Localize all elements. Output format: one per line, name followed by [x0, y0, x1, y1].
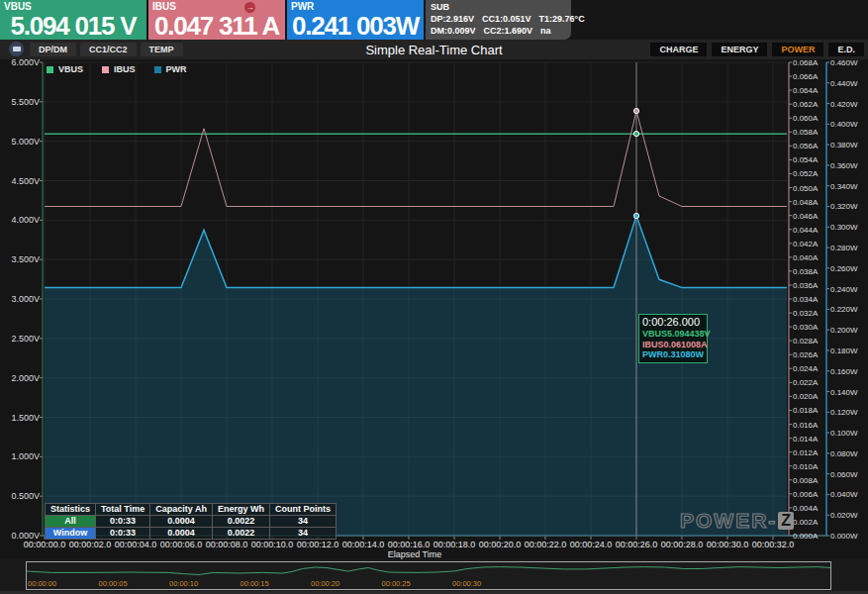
- w-tick-label: 0.300W: [830, 223, 858, 232]
- legend-label: IBUS: [114, 64, 136, 74]
- toolbar: Simple Real-Time Chart DP/DMCC1/CC2TEMP …: [0, 40, 868, 59]
- navigator-time-label: 00:00:05: [99, 580, 128, 588]
- stats-cell: 34: [269, 516, 336, 528]
- tooltip-time: 0:00:26.000: [642, 316, 704, 329]
- a-tick-label: 0.042A: [793, 239, 818, 248]
- w-tick-label: 0.040W: [830, 490, 858, 499]
- v-tick-label: 5.500V: [0, 97, 40, 106]
- stats-cell: 0.0022: [212, 528, 269, 540]
- a-tick-label: 0.066A: [793, 72, 818, 81]
- w-tick-label: 0.400W: [830, 120, 858, 129]
- cc2-voltage: CC2:1.690V: [484, 25, 533, 37]
- v-tick-label: 4.000V: [0, 216, 40, 225]
- stats-row-all: All0:0:330.00040.002234: [46, 516, 337, 528]
- navigator-time-label: 00:00:25: [382, 580, 411, 588]
- w-tick-label: 0.340W: [830, 181, 858, 190]
- tooltip-row-ibus: IBUS0.061008A: [642, 340, 704, 350]
- a-tick-label: 0.064A: [793, 86, 818, 95]
- tab-cc1-cc2[interactable]: CC1/CC2: [80, 43, 137, 56]
- sub-label: SUB: [431, 2, 571, 13]
- a-tick-label: 0.010A: [793, 461, 818, 470]
- a-tick-label: 0.024A: [793, 364, 818, 373]
- w-tick-label: 0.420W: [830, 99, 858, 108]
- v-tick-label: 5.000V: [0, 137, 40, 146]
- a-tick-label: 0.020A: [793, 392, 818, 401]
- w-tick-label: 0.140W: [830, 387, 858, 396]
- navigator-time-label: 00:00:10: [169, 580, 198, 588]
- main-chart[interactable]: 6.000V5.500V5.000V4.500V4.000V3.500V3.00…: [0, 59, 868, 559]
- a-tick-label: 0.054A: [793, 155, 818, 164]
- tooltip-series-label: VBUS: [642, 329, 667, 340]
- w-tick-label: 0.160W: [830, 366, 858, 375]
- app-window: VBUS 5.094 015 V IBUS → 0.047 311 A PWR …: [0, 0, 868, 594]
- navigator-canvas[interactable]: [27, 562, 830, 589]
- stats-row-name: All: [46, 516, 96, 528]
- legend-item-ibus[interactable]: IBUS: [102, 64, 136, 74]
- a-tick-label: 0.026A: [793, 350, 818, 359]
- v-tick-label: 1.000V: [0, 452, 40, 461]
- mode-button-charge[interactable]: CHARGE: [650, 43, 707, 56]
- mode-button-energy[interactable]: ENERGY: [712, 43, 767, 56]
- x-tick-label: 00:00:06.0: [160, 541, 203, 549]
- stats-cell: 0.0004: [150, 516, 213, 528]
- w-tick-label: 0.060W: [830, 469, 858, 478]
- stats-header-row: StatisticsTotal TimeCapacity AhEnergy Wh…: [46, 504, 337, 516]
- w-tick-label: 0.200W: [830, 326, 858, 335]
- v-tick-label: 4.500V: [0, 176, 40, 185]
- x-tick-label: 00:00:10.0: [251, 541, 294, 549]
- stats-header-count-points: Count Points: [269, 504, 336, 516]
- x-tick-label: 00:00:18.0: [434, 541, 476, 549]
- tooltip-series-value: 0.31080W: [663, 349, 704, 360]
- w-tick-label: 0.260W: [830, 263, 858, 272]
- x-tick-label: 00:00:00.0: [24, 541, 66, 549]
- a-tick-label: 0.052A: [793, 169, 818, 178]
- v-tick-label: 3.000V: [0, 295, 40, 304]
- watermark-text: POWER-: [680, 510, 777, 531]
- w-tick-label: 0.240W: [830, 284, 858, 293]
- x-tick-label: 00:00:04.0: [115, 541, 157, 549]
- timeline-navigator[interactable]: 00:00:0000:00:0500:00:1000:00:1500:00:20…: [26, 561, 831, 590]
- x-tick-label: 00:00:12.0: [297, 541, 339, 549]
- w-tick-label: 0.380W: [830, 141, 858, 149]
- x-tick-label: 00:00:24.0: [570, 541, 613, 549]
- a-tick-label: 0.038A: [793, 266, 818, 275]
- tooltip-series-value: 5.094438V: [667, 329, 711, 340]
- tab-temp[interactable]: TEMP: [141, 43, 183, 56]
- plot-canvas[interactable]: [0, 59, 868, 559]
- stats-header-total-time: Total Time: [96, 504, 150, 516]
- chart-legend: VBUSIBUSPWR: [47, 64, 187, 74]
- stats-row-window: Window0:0:330.00040.002234: [46, 528, 337, 540]
- a-tick-label: 0.046A: [793, 211, 818, 220]
- stats-cell: 34: [269, 528, 336, 540]
- a-tick-label: 0.032A: [793, 309, 818, 318]
- w-tick-label: 0.360W: [830, 160, 858, 169]
- w-tick-label: 0.440W: [830, 78, 858, 87]
- w-tick-label: 0.220W: [830, 305, 858, 314]
- x-tick-label: 00:00:20.0: [479, 541, 522, 549]
- x-tick-label: 00:00:14.0: [342, 541, 385, 549]
- a-tick-label: 0.028A: [793, 337, 818, 346]
- stats-header-capacity-ah: Capacity Ah: [150, 504, 213, 516]
- a-tick-label: 0.058A: [793, 128, 818, 137]
- statistics-table: StatisticsTotal TimeCapacity AhEnergy Wh…: [45, 503, 337, 540]
- ibus-value: 0.047 311 A: [148, 13, 285, 39]
- legend-item-vbus[interactable]: VBUS: [47, 64, 83, 74]
- legend-swatch-pwr: [154, 66, 161, 73]
- app-logo-icon[interactable]: [9, 42, 24, 56]
- mode-buttons: CHARGEENERGYPOWERE.D.: [650, 43, 864, 56]
- sub-measurements-panel: SUB DP:2.916V CC1:0.051V T1:29.76°C DM:0…: [426, 0, 571, 40]
- legend-label: VBUS: [58, 64, 83, 74]
- legend-swatch-vbus: [47, 66, 53, 73]
- ibus-meter: IBUS → 0.047 311 A: [148, 0, 285, 40]
- tab-dp-dm[interactable]: DP/DM: [30, 43, 76, 56]
- a-tick-label: 0.018A: [793, 406, 818, 415]
- legend-item-pwr[interactable]: PWR: [154, 64, 187, 74]
- stats-header-energy-wh: Energy Wh: [212, 504, 269, 516]
- mode-button-e-d[interactable]: E.D.: [828, 43, 864, 56]
- mode-button-power[interactable]: POWER: [772, 43, 823, 56]
- a-tick-label: 0.000A: [793, 532, 818, 541]
- tooltip-series-label: PWR: [642, 349, 663, 360]
- na-value: na: [540, 25, 551, 37]
- a-tick-label: 0.036A: [793, 280, 818, 289]
- camera-glyph: [13, 47, 21, 51]
